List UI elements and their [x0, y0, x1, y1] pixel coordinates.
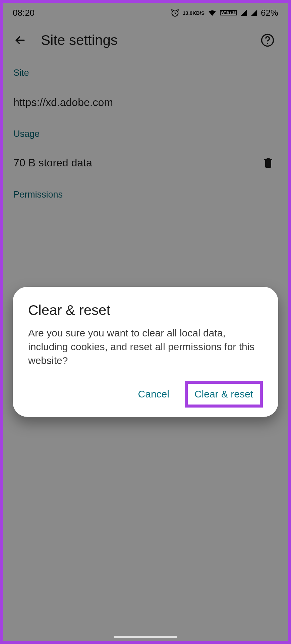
clear-reset-button[interactable]: Clear & reset — [185, 381, 263, 408]
dialog-actions: Cancel Clear & reset — [28, 381, 263, 408]
dialog-title: Clear & reset — [28, 302, 263, 318]
cancel-button[interactable]: Cancel — [132, 383, 175, 405]
dialog-message: Are you sure you want to clear all local… — [28, 326, 263, 367]
clear-reset-dialog: Clear & reset Are you sure you want to c… — [13, 287, 278, 417]
modal-overlay[interactable]: Clear & reset Are you sure you want to c… — [3, 3, 288, 641]
navigation-handle[interactable] — [114, 636, 177, 638]
